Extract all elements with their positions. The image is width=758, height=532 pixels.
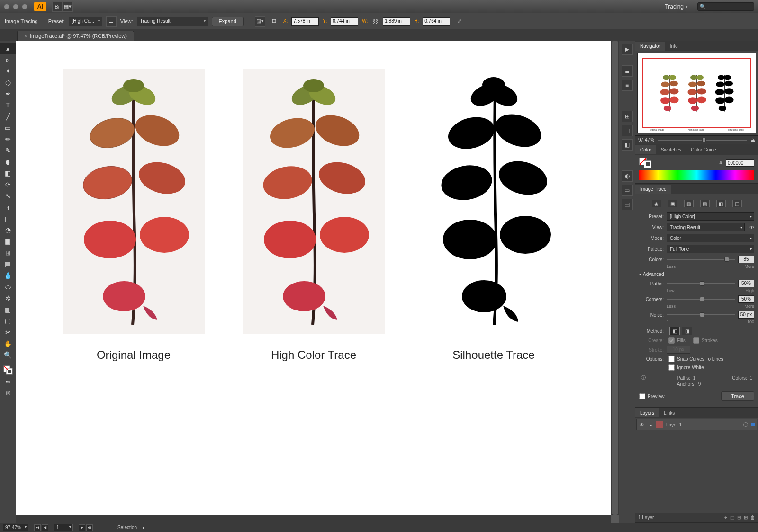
it-mode-dropdown[interactable]: Color (667, 234, 754, 242)
method-abutting[interactable]: ◧ (669, 327, 680, 335)
mesh-tool[interactable]: ⊞ (0, 247, 16, 258)
it-paths-slider[interactable] (667, 280, 735, 287)
last-artboard-button[interactable]: ⏭ (86, 524, 93, 531)
view-dropdown[interactable]: Tracing Result (137, 17, 208, 26)
layer-row[interactable]: 👁 ▸ Layer 1 (636, 419, 757, 430)
it-preset-dropdown[interactable]: [High Color] (667, 212, 754, 221)
document-tab[interactable]: × ImageTrace.ai* @ 97.47% (RGB/Preview) (17, 31, 134, 41)
it-corners-value[interactable]: 50% (738, 295, 754, 303)
make-clip-icon[interactable]: ◫ (730, 515, 734, 521)
it-paths-value[interactable]: 50% (738, 280, 754, 287)
blend-tool[interactable]: ⬭ (0, 281, 16, 293)
status-zoom-dropdown[interactable]: 97.47% (3, 524, 28, 531)
traffic-zoom[interactable] (22, 4, 27, 9)
reference-point-icon[interactable]: ⊞ (269, 16, 280, 27)
layer-name[interactable]: Layer 1 (666, 422, 682, 427)
line-tool[interactable]: ╱ (0, 111, 16, 122)
advanced-disclosure[interactable]: Advanced (639, 272, 754, 277)
canvas[interactable]: Original Image (16, 41, 611, 515)
it-palette-dropdown[interactable]: Full Tone (667, 245, 754, 253)
trace-gray-icon[interactable]: ▤ (700, 200, 710, 207)
disclosure-icon[interactable]: ▸ (648, 422, 653, 427)
slice-tool[interactable]: ✂ (0, 327, 16, 338)
it-corners-slider[interactable] (667, 296, 735, 302)
bridge-icon[interactable]: Br (52, 1, 63, 12)
dock-info-icon[interactable]: ◫ (622, 125, 633, 136)
target-icon[interactable] (743, 422, 748, 427)
tab-color[interactable]: Color (635, 145, 656, 154)
hex-input[interactable] (726, 159, 754, 167)
dock-play-icon[interactable]: ▶ (622, 44, 633, 55)
dock-color-icon[interactable]: ◐ (622, 170, 633, 182)
it-noise-slider[interactable] (667, 311, 735, 318)
zoom-tool[interactable]: 🔍 (0, 349, 16, 361)
tab-image-trace[interactable]: Image Trace (635, 185, 671, 194)
delete-layer-icon[interactable]: 🗑 (750, 515, 755, 521)
dock-stroke-icon[interactable]: ▭ (622, 185, 633, 196)
dock-transform-icon[interactable]: ⊞ (622, 111, 633, 122)
blob-brush-tool[interactable]: ⬮ (0, 156, 16, 168)
dock-appearance-icon[interactable]: ◧ (622, 139, 633, 151)
trace-lowcolor-icon[interactable]: ▥ (684, 200, 694, 207)
first-artboard-button[interactable]: ⏮ (34, 524, 41, 531)
fill-stroke-indicator[interactable] (639, 158, 651, 168)
symbol-sprayer-tool[interactable]: ✲ (0, 293, 16, 304)
expand-button[interactable]: Expand (212, 17, 244, 26)
width-tool[interactable]: ⫞ (0, 202, 16, 213)
lasso-tool[interactable]: ◌ (0, 77, 16, 88)
navigator-zoom-slider[interactable] (658, 140, 747, 141)
link-wh-icon[interactable]: ⛓ (371, 18, 379, 25)
type-tool[interactable]: T (0, 99, 16, 111)
it-colors-slider[interactable] (667, 256, 735, 263)
traffic-minimize[interactable] (13, 4, 18, 9)
eye-icon[interactable]: 👁 (749, 225, 754, 230)
w-field[interactable] (383, 17, 410, 26)
visibility-toggle-icon[interactable]: 👁 (639, 422, 645, 427)
snap-checkbox[interactable] (668, 356, 675, 362)
status-chevron-icon[interactable]: ▸ (143, 525, 145, 530)
dock-gradient-icon[interactable]: ▤ (622, 199, 633, 210)
search-input[interactable] (697, 2, 754, 11)
hand-tool[interactable]: ✋ (0, 338, 16, 349)
rectangle-tool[interactable]: ▭ (0, 122, 16, 133)
artboard-nav-dropdown[interactable]: 1 (54, 524, 73, 531)
trace-photo-icon[interactable]: ▣ (668, 200, 677, 207)
screen-mode-tool[interactable]: ⎚ (0, 387, 16, 399)
prev-artboard-button[interactable]: ◀ (42, 524, 48, 531)
trace-panel-icon[interactable]: ☰ (106, 16, 117, 27)
trace-bw-icon[interactable]: ◧ (716, 200, 726, 207)
arrange-docs-icon[interactable]: ▦▾ (63, 1, 73, 12)
mask-icon[interactable]: ▨▾ (255, 16, 265, 27)
tab-navigator[interactable]: Navigator (635, 42, 665, 51)
free-transform-tool[interactable]: ◫ (0, 213, 16, 224)
dock-pathfinder-icon[interactable]: ≡ (622, 80, 633, 91)
trace-button[interactable]: Trace (721, 391, 754, 401)
locate-icon[interactable]: ⌖ (724, 515, 727, 521)
paintbrush-tool[interactable]: ✏ (0, 133, 16, 145)
perspective-tool[interactable]: ▦ (0, 236, 16, 247)
next-artboard-button[interactable]: ▶ (79, 524, 85, 531)
close-tab-icon[interactable]: × (24, 34, 27, 39)
pencil-tool[interactable]: ✎ (0, 145, 16, 156)
vertical-scrollbar[interactable] (611, 41, 619, 515)
shape-builder-tool[interactable]: ◔ (0, 224, 16, 236)
method-overlapping[interactable]: ◨ (682, 327, 692, 335)
it-colors-value[interactable]: 85 (738, 256, 754, 263)
ignore-white-checkbox[interactable] (668, 364, 675, 371)
h-field[interactable] (423, 17, 450, 26)
tab-info[interactable]: Info (665, 42, 683, 51)
eraser-tool[interactable]: ◧ (0, 168, 16, 179)
new-layer-icon[interactable]: ⊞ (744, 515, 748, 521)
direct-selection-tool[interactable]: ▹ (0, 54, 16, 65)
trace-outline-icon[interactable]: ◰ (732, 200, 742, 207)
constrain-icon[interactable]: ⤢ (454, 16, 464, 27)
color-mode-icons[interactable]: ▪▫ (0, 376, 16, 387)
fill-stroke-swap[interactable] (0, 364, 16, 376)
artboard-tool[interactable]: ▢ (0, 315, 16, 327)
dock-align-icon[interactable]: ≣ (622, 65, 633, 77)
x-field[interactable] (291, 17, 319, 26)
workspace-switcher[interactable]: Tracing (660, 2, 693, 11)
tab-swatches[interactable]: Swatches (656, 145, 686, 154)
it-view-dropdown[interactable]: Tracing Result (667, 223, 745, 231)
traffic-close[interactable] (4, 4, 9, 9)
